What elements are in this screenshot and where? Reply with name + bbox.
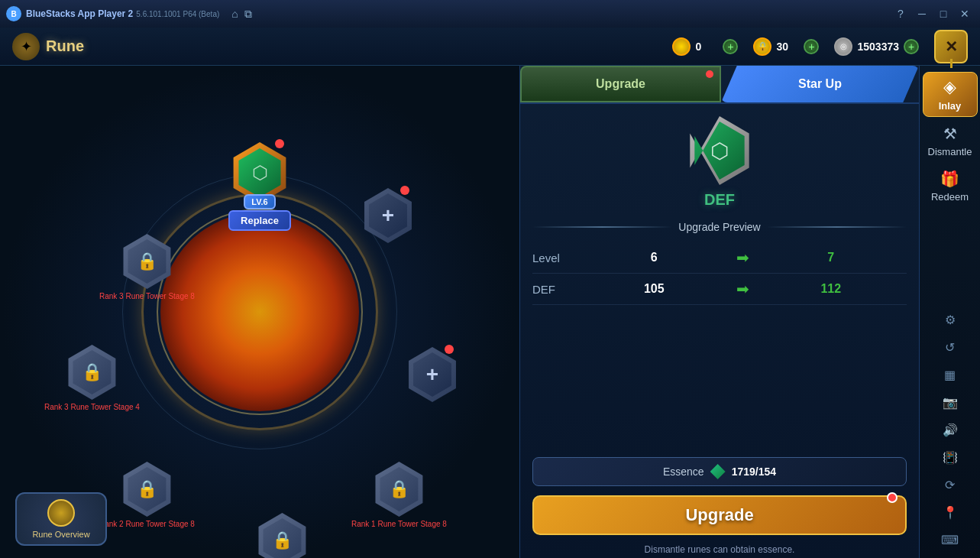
upgrade-button-dot <box>887 492 898 503</box>
left-panel: ⬡ LV.6 Replace 🔒 Rank 3 Rune Tower Stage… <box>0 66 519 558</box>
rune-overview-button[interactable]: Rune Overview <box>15 492 107 546</box>
gems-currency: ◎ 1503373 + <box>834 37 919 56</box>
shake-icon[interactable]: 📳 <box>938 445 962 469</box>
slot-label-top-left: Rank 3 Rune Tower Stage 8 <box>99 292 195 300</box>
inlay-icon-wrap: ◈ <box>943 77 956 97</box>
screenshot-icon[interactable]: 📷 <box>938 390 962 414</box>
add-slot-dot-right <box>445 345 454 354</box>
upgrade-button[interactable]: Upgrade <box>532 495 907 535</box>
upgrade-tab-dot <box>706 70 713 78</box>
app-name: BlueStacks App Player 2 <box>26 8 133 19</box>
tab-starup-label: Star Up <box>798 77 842 91</box>
close-button[interactable]: ✕ <box>956 5 974 23</box>
gems-icon: ◎ <box>834 37 852 56</box>
rune-overview-icon <box>47 499 75 527</box>
divider-left <box>532 226 672 228</box>
bluestacks-logo: B <box>6 6 21 21</box>
multi-instance-icon[interactable]: ⧉ <box>244 8 252 21</box>
rune-slot-top-right[interactable]: + <box>361 188 416 243</box>
essence-label: Essence <box>663 466 704 478</box>
side-item-inlay-label: Inlay <box>939 100 962 112</box>
rune-display: ⬡ DEF <box>520 104 919 221</box>
level-from: 6 <box>578 251 730 264</box>
locked-gold-value: 30 <box>776 41 799 53</box>
tab-bar: Upgrade Star Up <box>520 66 919 104</box>
location-icon[interactable]: 📍 <box>938 500 962 524</box>
slot-label-bot-left: Rank 2 Rune Tower Stage 8 <box>99 520 195 528</box>
help-button[interactable]: ? <box>891 5 910 23</box>
side-item-redeem-label: Redeem <box>931 191 969 203</box>
essence-bar: Essence 1719/154 <box>532 457 907 486</box>
panel-close-button[interactable] <box>934 30 968 63</box>
upgrade-preview-section: Upgrade Preview Level 6 ➡ 7 DEF 105 ➡ 11… <box>520 221 919 448</box>
level-label: Level <box>532 251 578 264</box>
close-pendant <box>950 59 953 68</box>
restore-button[interactable]: □ <box>934 5 953 23</box>
rune-slot-bot-center[interactable]: 🔒 Rank 2 Rune Tower Stage 4 <box>234 513 330 558</box>
rotate-icon[interactable]: ⟳ <box>938 472 962 497</box>
volume-icon[interactable]: 🔊 <box>938 417 962 442</box>
keyboard-icon[interactable]: ⌨ <box>938 527 962 552</box>
refresh-icon[interactable]: ↺ <box>938 335 962 359</box>
tab-upgrade[interactable]: Upgrade <box>520 66 721 102</box>
replace-button[interactable]: Replace <box>228 210 291 231</box>
rune-slot-bot-left[interactable]: 🔒 Rank 2 Rune Tower Stage 8 <box>99 462 195 528</box>
slot-label-mid-left: Rank 3 Rune Tower Stage 4 <box>44 403 140 411</box>
rune-main-hex: ⬡ <box>685 116 754 185</box>
side-item-inlay[interactable]: ◈ Inlay <box>923 72 978 117</box>
add-gems-button[interactable]: + <box>904 39 919 54</box>
center-rune-icon: ⬡ <box>252 162 268 183</box>
def-from: 105 <box>578 282 730 296</box>
titlebar: B BlueStacks App Player 2 5.6.101.1001 P… <box>0 0 980 28</box>
gold-currency: 0 + <box>672 37 738 56</box>
tab-upgrade-label: Upgrade <box>596 77 645 91</box>
rune-overview-label: Rune Overview <box>32 530 89 539</box>
settings-icon[interactable]: ⚙ <box>938 307 962 332</box>
home-icon[interactable]: ⌂ <box>231 8 238 21</box>
add-locked-gold-button[interactable]: + <box>804 39 819 54</box>
upgrade-preview-title: Upgrade Preview <box>532 221 907 233</box>
level-arrow: ➡ <box>736 248 749 267</box>
dismantle-note: Dismantle runes can obtain essence. <box>520 541 919 558</box>
preview-title-text: Upgrade Preview <box>678 221 760 233</box>
rune-slot-bot-right[interactable]: 🔒 Rank 1 Rune Tower Stage 8 <box>351 462 447 528</box>
layout-icon[interactable]: ▦ <box>938 362 962 387</box>
level-to: 7 <box>755 251 907 264</box>
center-rune-slot[interactable]: ⬡ LV.6 Replace <box>229 142 290 203</box>
rune-slot-top-left[interactable]: 🔒 Rank 3 Rune Tower Stage 8 <box>99 234 195 300</box>
rune-slot-mid-left[interactable]: 🔒 Rank 3 Rune Tower Stage 4 <box>44 345 140 411</box>
gold-icon <box>672 37 691 56</box>
locked-gold-icon: 🔒 <box>753 37 771 56</box>
add-gold-button[interactable]: + <box>723 39 738 54</box>
divider-right <box>767 226 907 228</box>
topbar: ✦ Rune 0 + 🔒 30 + ◎ 1503373 + <box>0 28 980 66</box>
rune-slot-mid-right[interactable]: + <box>405 347 460 402</box>
inlay-icon: ◈ <box>943 77 956 97</box>
rune-title-group: ✦ Rune <box>12 33 84 60</box>
window-controls: ? ─ □ ✕ <box>891 5 974 23</box>
rune-icon: ✦ <box>12 33 40 60</box>
currency-group: 0 + 🔒 30 + ◎ 1503373 + <box>672 37 919 56</box>
essence-icon <box>710 464 726 479</box>
rune-main-icon: ⬡ <box>710 138 729 164</box>
preview-row-level: Level 6 ➡ 7 <box>532 242 907 274</box>
rune-level-badge: LV.6 <box>244 194 275 209</box>
essence-value: 1719/154 <box>732 466 776 478</box>
rune-type-label: DEF <box>704 191 735 209</box>
tab-starup[interactable]: Star Up <box>721 66 919 102</box>
page-title: Rune <box>46 37 84 55</box>
app-version: 5.6.101.1001 P64 (Beta) <box>136 10 219 18</box>
gems-value: 1503373 <box>857 41 899 53</box>
preview-table: Level 6 ➡ 7 DEF 105 ➡ 112 <box>532 242 907 305</box>
preview-row-def: DEF 105 ➡ 112 <box>532 274 907 305</box>
def-to: 112 <box>755 282 907 296</box>
side-item-redeem[interactable]: 🎁 Redeem <box>923 165 978 207</box>
side-settings-row: ⚙ ↺ ▦ 📷 🔊 📳 ⟳ 📍 ⌨ <box>938 307 962 552</box>
right-panel: Upgrade Star Up ⬡ DEF Upgrade Preview <box>519 66 919 558</box>
upgrade-button-label: Upgrade <box>685 505 753 525</box>
minimize-button[interactable]: ─ <box>913 5 931 23</box>
side-item-dismantle[interactable]: ⚒ Dismantle <box>923 120 978 162</box>
side-item-dismantle-label: Dismantle <box>928 146 972 157</box>
add-slot-dot <box>400 186 409 195</box>
gold-value: 0 <box>695 41 718 53</box>
